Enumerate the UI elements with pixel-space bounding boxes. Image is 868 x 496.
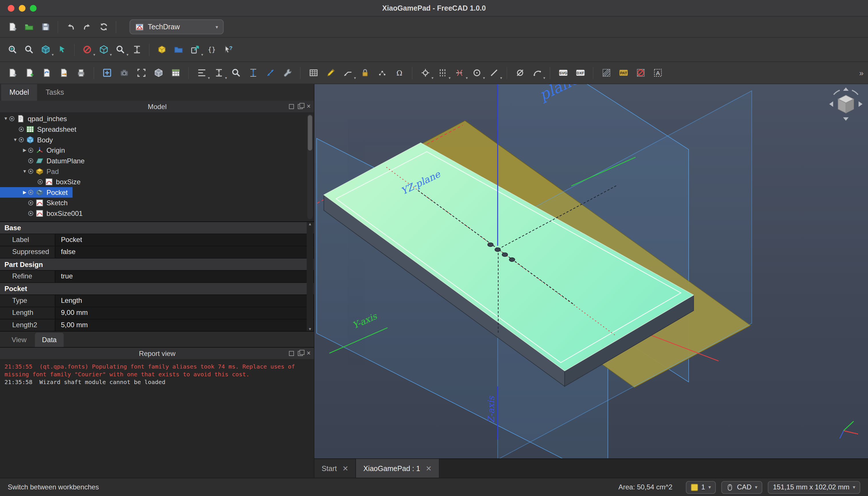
section-tools-button[interactable]: ▾ bbox=[452, 65, 467, 81]
active-view-button[interactable] bbox=[116, 65, 132, 81]
tree-item-qpad-inches[interactable]: ▼qpad_inches bbox=[0, 113, 314, 124]
zoom-selection-button[interactable] bbox=[21, 42, 36, 58]
tree-item-spreadsheet[interactable]: Spreadsheet bbox=[0, 124, 314, 135]
insert-symbol-button[interactable]: Ω bbox=[391, 65, 407, 81]
open-document-button[interactable] bbox=[21, 19, 36, 35]
circle-tools-button[interactable]: ▾ bbox=[469, 65, 484, 81]
panel-float-icon[interactable] bbox=[298, 351, 303, 356]
tree-item-datumplane[interactable]: DatumPlane bbox=[0, 156, 314, 166]
property-value[interactable]: false bbox=[56, 246, 314, 258]
dimension-tools-button[interactable]: ▾ bbox=[211, 65, 227, 81]
property-section-part-design[interactable]: Part Design bbox=[0, 259, 314, 271]
tree-item-boxsize001[interactable]: boxSize001 bbox=[0, 208, 314, 219]
disclosure-down-icon[interactable]: ▼ bbox=[2, 116, 10, 121]
undo-button[interactable] bbox=[63, 19, 78, 35]
redo-button[interactable] bbox=[79, 19, 95, 35]
insert-view-button[interactable] bbox=[99, 65, 114, 81]
new-document-button[interactable] bbox=[4, 19, 20, 35]
redraw-page-button[interactable] bbox=[39, 65, 54, 81]
panel-close-icon[interactable]: × bbox=[307, 351, 311, 356]
tab-data[interactable]: Data bbox=[35, 333, 64, 347]
refresh-button[interactable] bbox=[96, 19, 111, 35]
fit-all-button[interactable] bbox=[4, 42, 20, 58]
property-value[interactable]: 9,00 mm bbox=[56, 307, 314, 319]
tree-item-origin[interactable]: ▶Origin bbox=[0, 145, 314, 156]
projection-group-button[interactable] bbox=[151, 65, 166, 81]
disclosure-down-icon[interactable]: ▼ bbox=[12, 137, 19, 142]
tree-item-boxsize[interactable]: boxSize bbox=[0, 176, 314, 187]
tree-scrollbar[interactable] bbox=[307, 114, 313, 219]
property-scrollbar[interactable]: ▲▼ bbox=[307, 222, 313, 331]
oblique-dimension-button[interactable] bbox=[262, 65, 278, 81]
cosmetic-text-button[interactable]: A bbox=[650, 65, 665, 81]
hatch-region-button[interactable] bbox=[599, 65, 614, 81]
line-tools-button[interactable]: ▾ bbox=[486, 65, 501, 81]
clipping-plane-button[interactable]: ▾ bbox=[96, 42, 111, 58]
tab-tasks[interactable]: Tasks bbox=[37, 84, 72, 101]
dimension-selector[interactable]: 151,15 mm x 102,02 mm ▾ bbox=[768, 481, 860, 493]
sync-view-button[interactable] bbox=[54, 42, 70, 58]
tree-item-body[interactable]: ▼Body bbox=[0, 135, 314, 145]
print-page-button[interactable] bbox=[73, 65, 89, 81]
insert-default-page-button[interactable] bbox=[21, 65, 37, 81]
diameter-dimension-button[interactable] bbox=[512, 65, 528, 81]
arc-tools-button[interactable]: ▾ bbox=[529, 65, 545, 81]
insert-table-button[interactable] bbox=[306, 65, 321, 81]
close-tab-icon[interactable]: ✕ bbox=[426, 464, 432, 472]
pat-hatch-button[interactable]: PAT bbox=[616, 65, 631, 81]
macros-button[interactable]: {} bbox=[204, 42, 219, 58]
property-section-pocket[interactable]: Pocket bbox=[0, 283, 314, 295]
insert-new-page-button[interactable] bbox=[4, 65, 20, 81]
line-width-selector[interactable]: 1 ▾ bbox=[686, 481, 716, 493]
tree-item-pad[interactable]: ▼Pad bbox=[0, 166, 314, 177]
tab-view[interactable]: View bbox=[4, 333, 34, 347]
property-value[interactable]: 5,00 mm bbox=[56, 320, 314, 331]
lock-view-button[interactable] bbox=[357, 65, 373, 81]
zoom-tools-button[interactable]: ▾ bbox=[112, 42, 128, 58]
minimize-window-button[interactable] bbox=[19, 5, 26, 12]
property-value[interactable]: true bbox=[56, 271, 314, 282]
make-group-button[interactable] bbox=[170, 42, 186, 58]
3d-viewport[interactable]: plane YZ-plane Y-axis Z-axis bbox=[314, 84, 868, 459]
clip-group-button[interactable] bbox=[134, 65, 149, 81]
zoom-window-button[interactable] bbox=[30, 5, 36, 12]
property-value[interactable]: Pocket bbox=[56, 234, 314, 246]
property-section-base[interactable]: Base bbox=[0, 222, 314, 234]
part-utility-button[interactable] bbox=[154, 42, 169, 58]
navigation-style-selector[interactable]: CAD ▾ bbox=[721, 481, 762, 493]
viewport-tab-start[interactable]: Start✕ bbox=[314, 459, 356, 478]
axonometric-view-button[interactable]: ▾ bbox=[37, 42, 53, 58]
leader-line-button[interactable]: ▾ bbox=[340, 65, 355, 81]
measure-button[interactable] bbox=[129, 42, 144, 58]
panel-close-icon[interactable]: × bbox=[307, 104, 311, 109]
tab-model[interactable]: Model bbox=[1, 84, 37, 101]
extension-lines-button[interactable]: ▾ bbox=[194, 65, 209, 81]
draw-style-button[interactable]: ▾ bbox=[79, 42, 95, 58]
workbench-selector[interactable]: TechDraw ▾ bbox=[129, 19, 223, 34]
centerline-tools-button[interactable]: ▾ bbox=[417, 65, 433, 81]
update-page-button[interactable] bbox=[56, 65, 72, 81]
vertical-dimension-button[interactable] bbox=[245, 65, 261, 81]
disclosure-right-icon[interactable]: ▶ bbox=[21, 148, 28, 153]
annotation-button[interactable] bbox=[323, 65, 338, 81]
panel-minimize-icon[interactable] bbox=[289, 104, 294, 109]
disclosure-right-icon[interactable]: ▶ bbox=[21, 190, 28, 195]
dimension-repair-button[interactable] bbox=[228, 65, 244, 81]
export-dxf-button[interactable]: DXF bbox=[572, 65, 588, 81]
spreadsheet-view-button[interactable] bbox=[168, 65, 183, 81]
disclosure-down-icon[interactable]: ▼ bbox=[21, 169, 28, 174]
cosmetic-vertex-button[interactable] bbox=[374, 65, 390, 81]
whats-this-button[interactable]: ? bbox=[220, 42, 236, 58]
export-svg-button[interactable]: SVG bbox=[555, 65, 571, 81]
tree-item-sketch[interactable]: Sketch bbox=[0, 198, 314, 208]
panel-minimize-icon[interactable] bbox=[289, 351, 294, 356]
tree-item-pocket[interactable]: ▶Pocket bbox=[0, 187, 314, 198]
viewport-tab-xiaogamepad-1[interactable]: XiaoGamePad : 1✕ bbox=[356, 459, 439, 478]
save-document-button[interactable] bbox=[37, 19, 53, 35]
remove-hatch-button[interactable] bbox=[633, 65, 648, 81]
customize-format-button[interactable] bbox=[280, 65, 295, 81]
share-view-button[interactable]: ▾ bbox=[187, 42, 203, 58]
cosmetic-lines-button[interactable]: ▾ bbox=[435, 65, 450, 81]
close-window-button[interactable] bbox=[8, 5, 14, 12]
property-value[interactable]: Length bbox=[56, 295, 314, 307]
